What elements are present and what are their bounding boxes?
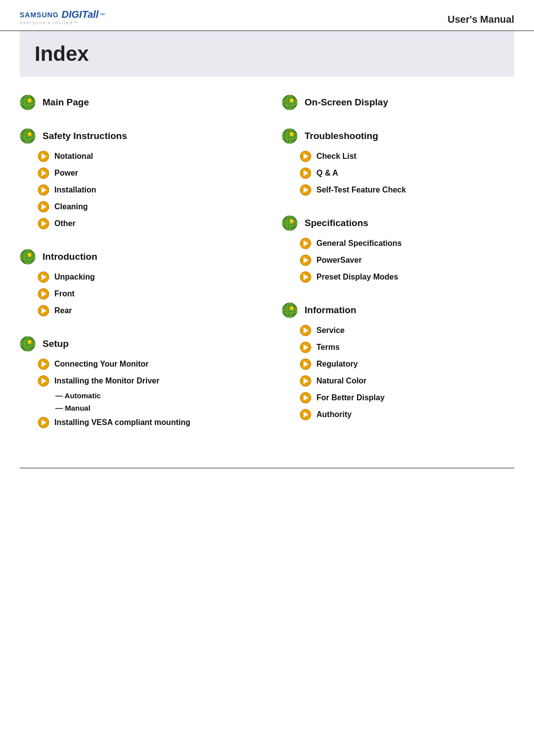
qa-label: Q & A [316,169,338,178]
sub-item-rear[interactable]: Rear [38,303,252,318]
section-osd-header[interactable]: On-Screen Display [282,94,514,110]
arrow-icon-front [38,288,49,300]
section-setup-header[interactable]: Setup [20,336,252,352]
arrow-icon-cleaning [38,201,49,213]
sub-item-other[interactable]: Other [38,216,252,231]
arrow-icon-check-list [300,150,312,162]
installing-driver-label: Installing the Monitor Driver [54,377,159,385]
specifications-label: Specifications [305,218,368,229]
sub-item-self-test[interactable]: Self-Test Feature Check [300,183,514,197]
sub-item-general-spec[interactable]: General Specifications [300,236,514,251]
arrow-icon-regulatory [300,358,312,370]
sub-item-power[interactable]: Power [38,166,252,181]
automatic-label: — Automatic [55,391,101,400]
information-label: Information [305,305,356,316]
sub-item-regulatory[interactable]: Regulatory [300,357,514,372]
sub-item-preset-display[interactable]: Preset Display Modes [300,270,514,284]
safety-label: Safety Instructions [43,131,127,142]
page-header: SAMSUNG DIGITall ™ everyone's invited™ U… [0,0,534,31]
setup-label: Setup [43,338,69,349]
arrow-icon-rear [38,305,49,317]
arrow-icon-qa [300,167,312,179]
check-list-label: Check List [316,152,356,161]
sub-item-qa[interactable]: Q & A [300,166,514,181]
arrow-icon-vesa [38,417,49,428]
logo-tagline: everyone's invited™ [20,20,79,25]
sub-item-notational[interactable]: Notational [38,149,252,164]
sub-item-terms[interactable]: Terms [300,340,514,355]
svg-point-11 [28,132,32,136]
sub-item-automatic[interactable]: — Automatic [55,390,252,401]
svg-point-57 [290,132,294,136]
preset-display-label: Preset Display Modes [316,273,398,282]
section-main-page: Main Page [20,94,252,110]
section-specifications: Specifications General Specifications Po… [282,215,514,284]
svg-point-69 [290,219,294,223]
better-display-label: For Better Display [316,393,385,402]
arrow-icon-self-test [300,184,312,196]
arrow-icon-installation [38,184,49,196]
logo: SAMSUNG DIGITall ™ [20,9,105,20]
sub-item-front[interactable]: Front [38,286,252,301]
svg-point-81 [290,306,294,310]
left-column: Main Page Safety Instructions [20,94,252,448]
osd-icon [282,94,298,110]
arrow-icon-installing-driver [38,375,49,387]
arrow-icon-preset [300,271,312,283]
sub-item-better-display[interactable]: For Better Display [300,390,514,405]
sub-item-cleaning[interactable]: Cleaning [38,199,252,214]
sub-item-vesa[interactable]: Installing VESA compliant mounting [38,415,252,430]
introduction-label: Introduction [43,251,97,262]
section-intro-header[interactable]: Introduction [20,249,252,265]
authority-label: Authority [316,410,352,419]
rear-label: Rear [54,306,72,315]
terms-label: Terms [316,343,340,352]
section-osd: On-Screen Display [282,94,514,110]
troubleshooting-label: Troubleshooting [305,131,378,142]
svg-point-39 [28,340,32,344]
index-title: Index [35,42,499,66]
manual-label: — Manual [55,404,90,412]
front-label: Front [54,289,75,298]
section-safety-header[interactable]: Safety Instructions [20,128,252,144]
sub-item-unpacking[interactable]: Unpacking [38,270,252,284]
notational-label: Notational [54,152,93,161]
footer-bar [20,468,514,474]
arrow-icon-authority [300,409,312,421]
self-test-label: Self-Test Feature Check [316,186,406,194]
installation-label: Installation [54,186,96,194]
sub-item-manual[interactable]: — Manual [55,403,252,413]
sub-item-powersaver[interactable]: PowerSaver [300,253,514,268]
natural-color-label: Natural Color [316,377,366,385]
sub-item-natural-color[interactable]: Natural Color [300,374,514,388]
section-introduction: Introduction Unpacking Front [20,249,252,318]
sub-item-check-list[interactable]: Check List [300,149,514,164]
logo-digit-text: DIGITall [62,9,99,20]
sub-item-connecting[interactable]: Connecting Your Monitor [38,357,252,372]
information-icon [282,302,298,318]
regulatory-label: Regulatory [316,360,358,369]
section-main-page-header[interactable]: Main Page [20,94,252,110]
specifications-icon [282,215,298,231]
section-spec-header[interactable]: Specifications [282,215,514,231]
sub-item-installation[interactable]: Installation [38,183,252,197]
index-grid: Main Page Safety Instructions [20,94,514,448]
arrow-icon-better-display [300,392,312,404]
sub-item-authority[interactable]: Authority [300,407,514,422]
connecting-label: Connecting Your Monitor [54,360,149,369]
arrow-icon-unpacking [38,271,49,283]
powersaver-label: PowerSaver [316,256,362,265]
vesa-label: Installing VESA compliant mounting [54,418,190,427]
main-page-label: Main Page [43,97,89,108]
section-info-header[interactable]: Information [282,302,514,318]
header-title: User's Manual [447,14,514,25]
section-ts-header[interactable]: Troubleshooting [282,128,514,144]
section-safety: Safety Instructions Notational Power [20,128,252,231]
sub-item-installing-driver[interactable]: Installing the Monitor Driver [38,374,252,388]
arrow-icon-power [38,167,49,179]
troubleshooting-icon [282,128,298,144]
cleaning-label: Cleaning [54,202,88,211]
section-troubleshooting: Troubleshooting Check List Q & A [282,128,514,197]
logo-tm: ™ [99,12,105,18]
sub-item-service[interactable]: Service [300,323,514,338]
